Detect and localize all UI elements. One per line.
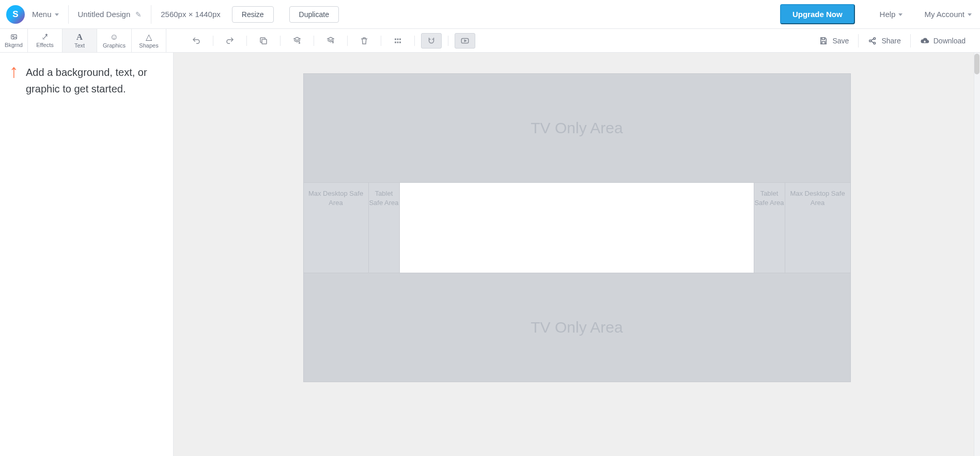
grid-icon	[393, 36, 402, 45]
undo-button[interactable]	[186, 33, 207, 49]
divider	[347, 36, 348, 46]
divider	[151, 5, 151, 24]
menu-label: Menu	[32, 10, 52, 19]
divider	[68, 5, 69, 24]
canvas-viewport[interactable]: TV Only Area Max Desktop Safe Area Table…	[174, 53, 980, 456]
save-icon	[819, 36, 828, 45]
tab-background-label: Bkgrnd	[5, 42, 23, 48]
pencil-icon: ✎	[135, 10, 142, 19]
hint-text: Add a background, text, or graphic to ge…	[26, 64, 164, 97]
svg-rect-7	[397, 41, 399, 43]
vertical-scrollbar[interactable]	[974, 53, 980, 456]
divider	[246, 36, 247, 46]
tablet-left-label: Tablet Safe Area	[369, 189, 399, 207]
cloud-download-icon	[920, 36, 929, 45]
tab-shapes-label: Shapes	[139, 42, 158, 49]
scrollbar-thumb[interactable]	[974, 54, 979, 74]
empty-hint: ↑ Add a background, text, or graphic to …	[9, 64, 164, 97]
copy-icon	[259, 36, 268, 45]
canvas-dimensions: 2560px × 1440px	[161, 10, 221, 19]
snap-button[interactable]	[421, 33, 442, 49]
safe-center-area[interactable]	[400, 183, 754, 273]
svg-rect-5	[399, 38, 401, 40]
account-label: My Account	[924, 10, 965, 19]
artboard[interactable]: TV Only Area Max Desktop Safe Area Table…	[303, 73, 851, 382]
caret-down-icon	[898, 13, 903, 16]
wand-icon	[41, 34, 49, 41]
share-button[interactable]: Share	[859, 36, 910, 45]
upgrade-button-label: Upgrade Now	[792, 10, 843, 19]
max-desktop-left: Max Desktop Safe Area	[304, 183, 369, 273]
send-backward-button[interactable]	[287, 33, 307, 49]
tv-only-area-bottom: TV Only Area	[304, 273, 850, 382]
copy-button[interactable]	[253, 33, 274, 49]
trash-icon	[360, 36, 369, 45]
canvas-toolbar: Save Share Download	[174, 29, 980, 52]
tab-graphics[interactable]: ☺ Graphics	[97, 29, 132, 52]
design-tools-tabs: Bkgrnd Effects A Text ☺ Graphics △ Shape…	[0, 29, 174, 52]
tab-background[interactable]: Bkgrnd	[0, 29, 28, 52]
resize-button[interactable]: Resize	[232, 6, 274, 23]
divider	[414, 36, 415, 46]
layers-down-icon	[292, 36, 302, 45]
tv-only-label-bottom: TV Only Area	[531, 319, 623, 336]
top-bar-right: Upgrade Now Help My Account	[780, 4, 976, 24]
tablet-left: Tablet Safe Area	[369, 183, 400, 273]
svg-rect-3	[395, 38, 396, 40]
tablet-right: Tablet Safe Area	[754, 183, 785, 273]
caret-down-icon	[968, 13, 972, 16]
app-root: S Menu Untitled Design ✎ 2560px × 1440px…	[0, 0, 980, 456]
image-icon	[10, 34, 18, 41]
svg-rect-6	[395, 41, 396, 43]
brand-logo[interactable]: S	[6, 5, 25, 24]
grid-button[interactable]	[387, 33, 408, 49]
bring-forward-button[interactable]	[320, 33, 341, 49]
divider	[381, 36, 381, 46]
magnet-icon	[427, 36, 436, 45]
menu-dropdown[interactable]: Menu	[32, 10, 59, 19]
safe-area-row: Max Desktop Safe Area Tablet Safe Area T…	[304, 182, 850, 273]
tab-effects-label: Effects	[36, 42, 53, 48]
triangle-icon: △	[146, 33, 152, 41]
account-dropdown[interactable]: My Account	[924, 10, 972, 19]
layers-up-icon	[326, 36, 335, 45]
brand-logo-letter: S	[12, 9, 18, 20]
tv-only-label-top: TV Only Area	[531, 119, 623, 137]
document-title: Untitled Design	[78, 10, 131, 19]
divider	[448, 36, 448, 46]
tab-effects[interactable]: Effects	[28, 29, 63, 52]
max-desktop-left-label: Max Desktop Safe Area	[304, 189, 368, 207]
main-area: ↑ Add a background, text, or graphic to …	[0, 53, 980, 456]
max-desktop-right: Max Desktop Safe Area	[785, 183, 850, 273]
resize-button-label: Resize	[242, 10, 264, 19]
tab-text[interactable]: A Text	[63, 29, 97, 52]
svg-rect-2	[262, 39, 267, 44]
undo-icon	[192, 36, 201, 45]
document-title-group[interactable]: Untitled Design ✎	[78, 10, 142, 19]
redo-icon	[225, 36, 235, 45]
save-label: Save	[832, 37, 849, 45]
tv-only-area-top: TV Only Area	[304, 74, 850, 182]
delete-button[interactable]	[354, 33, 375, 49]
svg-rect-8	[399, 41, 401, 43]
share-label: Share	[881, 37, 900, 45]
tab-shapes[interactable]: △ Shapes	[132, 29, 166, 52]
duplicate-button[interactable]: Duplicate	[289, 6, 339, 23]
duplicate-button-label: Duplicate	[299, 10, 329, 19]
svg-point-1	[12, 36, 13, 37]
save-button[interactable]: Save	[810, 36, 858, 45]
tab-graphics-label: Graphics	[103, 42, 126, 49]
divider	[280, 36, 281, 46]
divider	[314, 36, 314, 46]
tab-text-label: Text	[74, 42, 85, 49]
help-dropdown[interactable]: Help	[880, 10, 903, 19]
download-label: Download	[934, 37, 966, 45]
youtube-overlay-button[interactable]	[455, 33, 475, 49]
canvas-right-actions: Save Share Download	[810, 34, 980, 48]
download-button[interactable]: Download	[911, 36, 975, 45]
redo-button[interactable]	[220, 33, 240, 49]
caret-down-icon	[55, 13, 59, 16]
youtube-icon	[460, 36, 470, 45]
upgrade-button[interactable]: Upgrade Now	[780, 4, 855, 24]
share-icon	[868, 36, 877, 45]
